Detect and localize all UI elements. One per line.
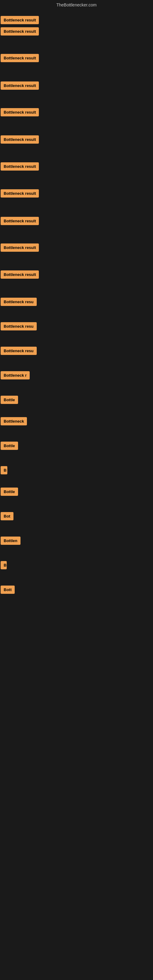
bottleneck-result-badge-16: Bottle (1, 396, 18, 404)
bottleneck-result-badge-1: Bottleneck result (1, 16, 39, 24)
bottleneck-result-badge-14: Bottleneck resu (1, 347, 37, 355)
bottleneck-result-badge-19: B (1, 466, 7, 474)
bottleneck-result-badge-21: Bot (1, 512, 13, 520)
bottleneck-result-badge-3: Bottleneck result (1, 54, 39, 62)
bottleneck-result-badge-20: Bottle (1, 488, 18, 496)
bottleneck-result-badge-12: Bottleneck resu (1, 298, 37, 306)
bottleneck-result-badge-22: Bottlen (1, 536, 21, 545)
bottleneck-result-badge-18: Bottle (1, 442, 18, 450)
bottleneck-result-badge-24: Bott (1, 585, 15, 594)
bottleneck-result-badge-8: Bottleneck result (1, 189, 39, 197)
bottleneck-result-badge-4: Bottleneck result (1, 81, 39, 90)
bottleneck-result-badge-2: Bottleneck result (1, 27, 39, 35)
bottleneck-result-badge-6: Bottleneck result (1, 135, 39, 144)
bottleneck-result-badge-5: Bottleneck result (1, 108, 39, 116)
bottleneck-result-badge-11: Bottleneck result (1, 270, 39, 279)
site-title: TheBottlenecker.com (0, 0, 153, 10)
bottleneck-result-badge-15: Bottleneck r (1, 371, 30, 379)
bottleneck-result-badge-13: Bottleneck resu (1, 322, 37, 331)
bottleneck-result-badge-17: Bottleneck (1, 417, 27, 425)
bottleneck-result-badge-10: Bottleneck result (1, 243, 39, 252)
bottleneck-result-badge-9: Bottleneck result (1, 217, 39, 225)
bottleneck-result-badge-7: Bottleneck result (1, 162, 39, 170)
bottleneck-result-badge-23: B (1, 561, 7, 569)
results-container: Bottleneck resultBottleneck resultBottle… (0, 10, 153, 959)
site-header: TheBottlenecker.com (0, 0, 153, 10)
